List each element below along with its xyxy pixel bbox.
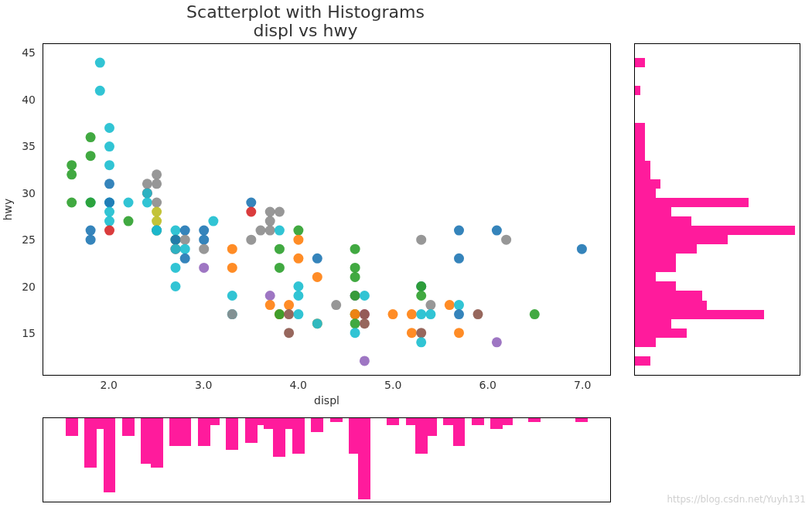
scatter-point [473,309,483,319]
x-tick-label: 4.0 [290,379,307,391]
scatter-point [350,263,360,273]
hwy-hist-bar [635,263,676,272]
scatter-point [152,169,162,179]
x-tick-label: 2.0 [101,379,118,391]
scatter-point [67,198,77,208]
scatter-point [180,254,190,264]
scatter-point [171,235,181,245]
scatter-point [284,300,294,310]
y-tick-label: 45 [22,46,36,59]
scatter-point [407,328,417,338]
watermark: https://blog.csdn.net/Yuyh131 [667,494,806,505]
scatter-point [454,254,464,264]
scatter-point [180,226,190,236]
scatter-point [265,216,275,226]
scatter-point [331,300,341,310]
scatter-point [171,263,181,273]
y-tick-label: 20 [22,281,36,293]
scatter-point [208,216,218,226]
x-tick-label: 7.0 [574,379,591,391]
scatter-point [293,254,303,264]
scatter-point [199,226,209,236]
scatter-point [416,291,426,301]
scatter-point [416,309,426,319]
scatter-point [124,216,134,226]
scatter-point [445,300,455,310]
scatter-point [265,291,275,301]
x-tick-label: 6.0 [479,379,496,391]
hwy-hist-bar [635,310,764,319]
scatter-point [95,58,105,68]
scatter-point [256,226,266,236]
scatter-point [501,235,511,245]
hwy-hist-bar [635,198,749,207]
scatter-point [284,328,294,338]
scatter-point [171,244,181,254]
scatter-point [265,300,275,310]
hwy-hist-bar [635,179,660,189]
scatter-point [293,281,303,291]
scatter-point [416,328,426,338]
hwy-hist-bar [635,235,728,244]
scatter-point [275,244,285,254]
displ-hist-bar [500,418,513,425]
scatter-point [293,291,303,301]
scatter-point [360,356,370,366]
displ-hist-bar [226,418,238,450]
displ-hist-bar [122,418,135,436]
scatter-point [312,318,322,328]
hwy-hist-bar [635,226,795,235]
hwy-hist-bar [635,291,702,300]
scatter-point [171,281,181,291]
x-tick-label: 5.0 [384,379,401,391]
scatter-point [152,198,162,208]
scatter-point [104,179,114,189]
scatter-point [227,263,237,273]
scatter-point [265,226,275,236]
scatter-point [67,160,77,170]
hwy-hist-bar [635,301,707,310]
scatter-point [350,244,360,254]
scatter-point [227,291,237,301]
hwy-hist-bar [635,272,656,281]
displ-hist-bar [207,418,220,425]
displ-hist-bar [292,418,305,454]
hwy-hist-bar [635,281,676,291]
scatter-point [416,337,426,347]
scatter-point [350,318,360,328]
hwy-hist-bar [635,142,645,151]
scatter-point [86,132,96,142]
scatter-point [454,226,464,236]
scatter-point [246,207,256,217]
y-tick-label: 25 [22,233,36,246]
hwy-hist-bar [635,328,687,338]
scatter-point [416,281,426,291]
scatter-point [293,235,303,245]
scatter-point [86,151,96,161]
displ-hist-bar [179,418,191,446]
scatter-point [152,179,162,189]
scatter-point [492,226,502,236]
hwy-hist-bar [635,254,676,263]
scatter-panel [43,43,611,376]
hwy-hist-bar [635,207,671,216]
scatter-point [142,179,152,189]
scatter-point [454,309,464,319]
scatter-point [577,244,587,254]
hwy-hist-bar [635,244,697,254]
scatter-point [275,263,285,273]
displ-hist-bar [330,418,343,422]
y-tick-label: 40 [22,94,36,106]
hwy-hist-bar [635,58,645,67]
scatter-point [104,141,114,151]
scatter-point [454,328,464,338]
y-tick-label: 30 [22,187,36,199]
chart-title: Scatterplot with Histograms [0,3,611,22]
y-axis-ticks: 15202530354045 [0,43,39,376]
hwy-hist-bar [635,338,656,347]
scatter-point [86,226,96,236]
scatter-point [454,300,464,310]
displ-hist-bar [358,418,370,499]
hwy-hist-bar [635,319,671,328]
hwy-histogram-panel [634,43,800,376]
